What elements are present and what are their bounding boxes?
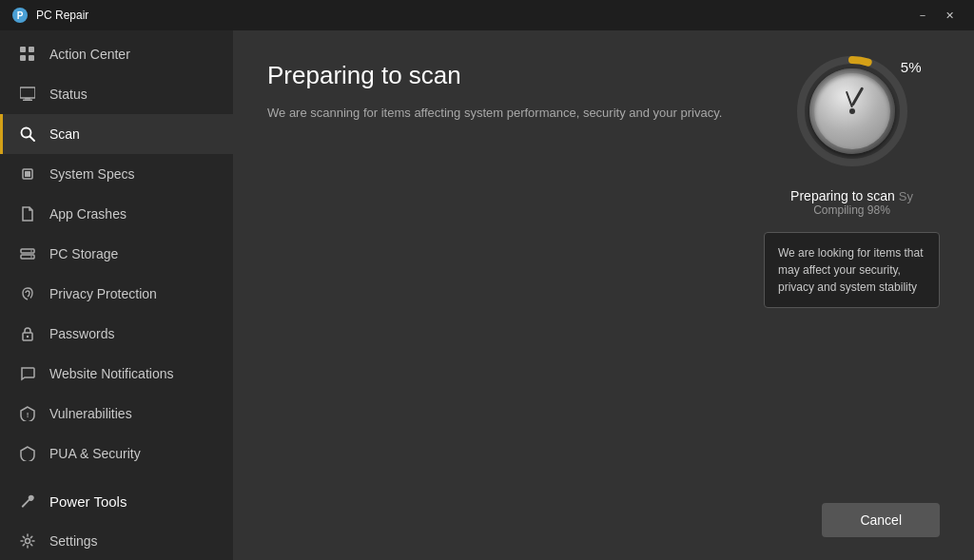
- svg-rect-5: [29, 55, 34, 61]
- svg-rect-3: [29, 47, 34, 52]
- sidebar-item-system-specs[interactable]: System Specs: [0, 154, 233, 194]
- sidebar-label-power-tools: Power Tools: [49, 493, 127, 510]
- storage-icon: [17, 243, 38, 264]
- document-icon: [17, 203, 38, 224]
- chat-icon: [17, 363, 38, 384]
- titlebar: P PC Repair − ✕: [0, 0, 974, 30]
- sidebar-label-system-specs: System Specs: [49, 166, 134, 182]
- clock-center-dot: [849, 108, 855, 114]
- tooltip-text: We are looking for items that may affect…: [778, 246, 924, 294]
- sidebar-item-status[interactable]: Status: [0, 74, 233, 114]
- content-description: We are scanning for items affecting syst…: [267, 104, 743, 123]
- sidebar-label-scan: Scan: [49, 126, 80, 142]
- window-controls: − ✕: [909, 2, 963, 29]
- svg-rect-13: [21, 249, 34, 253]
- sidebar-label-pua-security: PUA & Security: [49, 446, 141, 461]
- scan-status-group: Preparing to scan Sy Compiling 98%: [790, 188, 913, 217]
- svg-line-10: [30, 137, 35, 142]
- svg-rect-2: [20, 47, 26, 52]
- sidebar-label-app-crashes: App Crashes: [49, 206, 127, 222]
- sidebar-item-pua-security[interactable]: PUA & Security: [0, 434, 233, 473]
- cancel-button-wrapper: Cancel: [822, 503, 940, 537]
- svg-rect-8: [23, 100, 32, 102]
- sidebar-item-scan[interactable]: Scan: [0, 114, 233, 154]
- sidebar-item-vulnerabilities[interactable]: ! Vulnerabilities: [0, 394, 233, 434]
- sidebar-label-settings: Settings: [49, 533, 98, 549]
- wrench-icon: [17, 491, 38, 512]
- scan-tooltip: We are looking for items that may affect…: [764, 232, 940, 308]
- sidebar-label-action-center: Action Center: [49, 47, 130, 62]
- content-area: Preparing to scan We are scanning for it…: [233, 30, 974, 560]
- app-title: PC Repair: [36, 9, 909, 22]
- search-icon: [17, 124, 38, 145]
- sidebar-item-website-notifications[interactable]: Website Notifications: [0, 354, 233, 394]
- shield-icon: [17, 443, 38, 464]
- cancel-button[interactable]: Cancel: [822, 503, 940, 537]
- clock-face: [814, 73, 890, 149]
- progress-percentage: 5%: [901, 59, 922, 75]
- svg-rect-6: [20, 87, 35, 98]
- svg-rect-4: [20, 55, 26, 61]
- minimize-button[interactable]: −: [909, 2, 936, 29]
- svg-point-20: [26, 539, 30, 544]
- svg-point-18: [27, 336, 29, 338]
- sidebar-label-website-notifications: Website Notifications: [49, 366, 173, 381]
- sidebar-item-settings[interactable]: Settings: [0, 521, 233, 560]
- sidebar-item-passwords[interactable]: Passwords: [0, 314, 233, 354]
- gear-icon: [17, 531, 38, 551]
- grid-icon: [17, 44, 38, 65]
- monitor-icon: [17, 84, 38, 105]
- sidebar-item-app-crashes[interactable]: App Crashes: [0, 194, 233, 234]
- svg-text:!: !: [27, 411, 29, 419]
- clock-icon: [809, 68, 895, 154]
- sidebar-label-status: Status: [49, 87, 88, 102]
- circular-progress: 5%: [790, 49, 914, 173]
- sidebar-label-privacy-protection: Privacy Protection: [49, 286, 157, 301]
- close-button[interactable]: ✕: [936, 2, 963, 29]
- lock-icon: [17, 323, 38, 344]
- fingerprint-icon: [17, 283, 38, 304]
- sidebar-item-privacy-protection[interactable]: Privacy Protection: [0, 274, 233, 314]
- sidebar: Action Center Status Scan: [0, 30, 233, 560]
- app-body: Action Center Status Scan: [0, 30, 974, 560]
- scan-visual: 5% Preparing to scan Sy Compiling 98% We…: [764, 49, 940, 308]
- sidebar-label-pc-storage: PC Storage: [49, 246, 118, 261]
- svg-rect-7: [25, 98, 30, 100]
- scan-status-label: Preparing to scan Sy: [790, 188, 913, 203]
- svg-point-15: [30, 250, 32, 252]
- svg-rect-12: [25, 171, 30, 177]
- svg-rect-14: [21, 255, 34, 259]
- vulnerability-icon: !: [17, 403, 38, 424]
- sidebar-item-action-center[interactable]: Action Center: [0, 34, 233, 74]
- sidebar-label-passwords: Passwords: [49, 326, 114, 341]
- app-logo-icon: P: [11, 7, 29, 24]
- sidebar-item-power-tools[interactable]: Power Tools: [0, 481, 233, 521]
- compiling-label: Compiling 98%: [790, 203, 913, 217]
- cpu-icon: [17, 164, 38, 184]
- svg-text:P: P: [17, 10, 24, 21]
- sidebar-item-pc-storage[interactable]: PC Storage: [0, 234, 233, 274]
- svg-point-16: [30, 256, 32, 258]
- sidebar-label-vulnerabilities: Vulnerabilities: [49, 406, 132, 421]
